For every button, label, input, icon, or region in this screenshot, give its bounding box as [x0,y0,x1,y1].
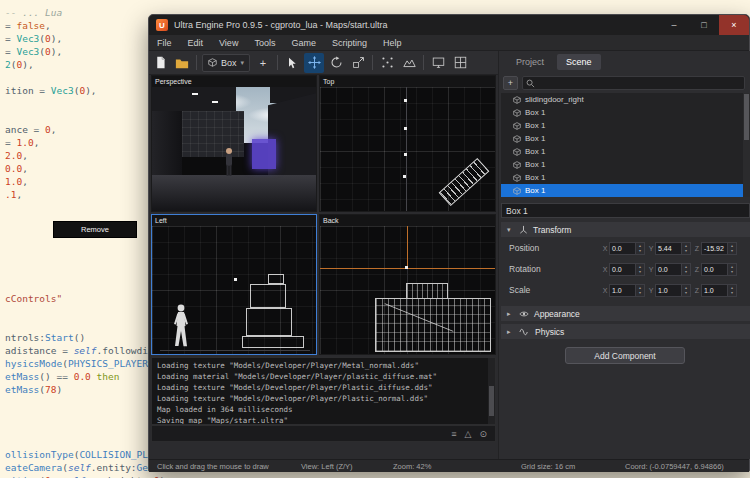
scrollbar-thumb[interactable] [489,386,494,416]
scene-item[interactable]: slidingdoor_right [501,93,743,106]
transform-rows: PositionX0.0▴▾Y5.44▴▾Z-15.92▴▾RotationX0… [501,240,750,303]
section-physics[interactable]: ▸ Physics [501,324,750,339]
move-tool-button[interactable] [304,53,324,73]
toolbar-separator [423,55,424,70]
position-y-field[interactable]: 5.44 [655,242,682,255]
entity-name-field[interactable] [501,203,750,218]
vector-label: Scale [501,285,601,295]
scale-x-field[interactable]: 1.0 [609,284,636,297]
scene-item[interactable]: Box 1 [501,145,743,158]
viewport-back[interactable]: Back [319,214,496,355]
expand-arrow-icon: ▾ [507,226,514,234]
rotation-x-field[interactable]: 0.0 [609,263,636,276]
scene-item[interactable]: Box 1 [501,132,743,145]
add-component-button[interactable]: Add Component [565,347,685,364]
scene-item[interactable]: Box 1 [501,119,743,132]
scale-tool-button[interactable] [348,53,368,73]
panel-tabs: Project Scene [499,51,750,73]
scene-item-label: Box 1 [525,147,545,156]
add-object-button[interactable]: + [253,53,273,73]
remove-button[interactable]: Remove [53,221,137,238]
close-button[interactable]: × [719,15,749,35]
scene-item-label: Box 1 [525,160,545,169]
quad-viewport-button[interactable] [450,53,470,73]
scale-z-field[interactable]: 1.0 [701,284,728,297]
console-menu-icon[interactable]: ≡ [451,429,456,439]
console-line: Loading texture "Models/Developer/Player… [157,360,483,371]
console-scrollbar[interactable] [488,358,495,424]
axis-letter: X [601,266,609,273]
scale-y-field[interactable]: 1.0 [655,284,682,297]
viewport-perspective[interactable]: Perspective [151,75,317,212]
entity-dot [405,266,408,269]
single-viewport-button[interactable] [428,53,448,73]
scene-item[interactable]: Box 1 [501,171,743,184]
spinner[interactable]: ▴▾ [728,284,737,297]
transform-row: ScaleX1.0▴▾Y1.0▴▾Z1.0▴▾ [501,282,750,298]
perspective-scene [152,87,316,211]
scene-item[interactable]: Box 1 [501,184,743,197]
menu-item-file[interactable]: File [149,35,180,51]
orange-guide-vertical [407,226,408,268]
scene-item[interactable]: Box 1 [501,106,743,119]
scene-item-label: Box 1 [525,186,545,195]
desktop: -- ... Lua= false,= Vec3(0),= Vec3(0),2(… [0,0,750,478]
tab-scene[interactable]: Scene [557,54,601,70]
maximize-button[interactable]: □ [689,15,719,35]
entity-dot [404,153,407,156]
menu-item-tools[interactable]: Tools [246,35,283,51]
spinner[interactable]: ▴▾ [636,284,645,297]
spinner[interactable]: ▴▾ [682,284,691,297]
status-bar: Click and drag the mouse to draw View: L… [149,459,749,472]
menu-item-edit[interactable]: Edit [180,35,212,51]
axis-letter: Z [693,266,701,273]
floor [152,175,317,212]
console-warning-icon[interactable]: △ [465,429,472,439]
menu-item-help[interactable]: Help [375,35,410,51]
status-zoom: Zoom: 42% [393,462,431,471]
status-coord: Coord: (-0.0759447, 6.94866) [625,462,724,471]
tab-project[interactable]: Project [507,54,553,70]
rotation-y-field[interactable]: 0.0 [655,263,682,276]
new-file-icon [154,56,167,69]
spinner[interactable]: ▴▾ [682,242,691,255]
search-input[interactable] [522,76,745,90]
object-type-dropdown[interactable]: Box ▾ [202,54,250,72]
menu-item-game[interactable]: Game [283,35,324,51]
vertex-tool-button[interactable] [377,53,397,73]
section-appearance[interactable]: ▸ Appearance [501,306,750,321]
position-z-field[interactable]: -15.92 [701,242,728,255]
title-bar[interactable]: U Ultra Engine Pro 0.9.5 - cgproto_lua -… [149,15,749,35]
spinner[interactable]: ▴▾ [636,263,645,276]
rotation-z-field[interactable]: 0.0 [701,263,728,276]
terrain-icon [403,56,416,69]
console-status-icon[interactable]: ⊙ [479,429,487,439]
terrain-tool-button[interactable] [399,53,419,73]
position-x-field[interactable]: 0.0 [609,242,636,255]
minimize-button[interactable]: – [659,15,689,35]
new-file-button[interactable] [150,53,170,73]
menu-item-view[interactable]: View [211,35,246,51]
axis-group-z: Z0.0▴▾ [693,263,739,276]
spinner[interactable]: ▴▾ [636,242,645,255]
cube-icon [513,96,521,104]
rotate-tool-button[interactable] [326,53,346,73]
player-character [222,147,236,179]
viewport-top[interactable]: Top [319,75,496,212]
cube-icon [513,187,521,195]
viewport-left[interactable]: Left [151,214,317,355]
scrollbar-thumb[interactable] [744,94,749,140]
menu-item-scripting[interactable]: Scripting [324,35,375,51]
search-icon [526,79,535,88]
scene-item[interactable]: Box 1 [501,158,743,171]
console-log[interactable]: Loading texture "Models/Developer/Player… [151,357,496,425]
spinner[interactable]: ▴▾ [682,263,691,276]
spinner[interactable]: ▴▾ [728,242,737,255]
open-folder-button[interactable] [172,53,192,73]
console-line: Map loaded in 364 milliseconds [157,404,483,415]
section-transform[interactable]: ▾ Transform [501,222,750,237]
scene-tree-scrollbar[interactable] [743,93,750,197]
add-item-button[interactable]: + [503,76,518,90]
select-tool-button[interactable] [282,53,302,73]
spinner[interactable]: ▴▾ [728,263,737,276]
